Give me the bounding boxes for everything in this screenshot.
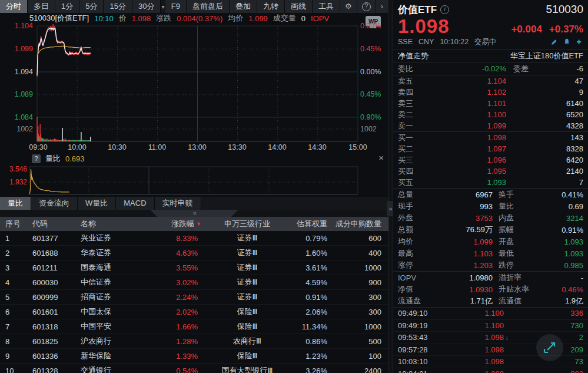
quote-panel: 价值ETF i 510030 1.098 +0.004 +0.37% SSE C… bbox=[393, 0, 588, 373]
panel-divider[interactable]: » bbox=[388, 0, 393, 373]
table-row[interactable]: 3601211国泰海通3.55%证券Ⅲ3.61%1000 bbox=[0, 260, 388, 275]
ask-row[interactable]: 卖三1.1016140 bbox=[393, 98, 588, 109]
chevron-right-icon[interactable]: › bbox=[376, 0, 388, 13]
y-axis-price: 1.104 bbox=[0, 22, 33, 30]
tab-w-liangbi[interactable]: W量比 bbox=[78, 197, 116, 210]
bid-row[interactable]: 买四1.0952140 bbox=[393, 166, 588, 177]
table-row[interactable]: 9601336新华保险1.33%保险Ⅲ1.23%100 bbox=[0, 349, 388, 364]
header-change[interactable]: 涨跌幅▼ bbox=[147, 219, 206, 229]
change-value: 0.004(0.37%) bbox=[177, 14, 222, 23]
indicator-tabs: 量比 资金流向 W量比 MACD 实时申赎 bbox=[0, 197, 388, 210]
tab-1min[interactable]: 1分 bbox=[55, 0, 79, 13]
stat-row: 总额76.59万振幅0.91% bbox=[393, 224, 588, 236]
change-label: 涨跌 bbox=[156, 13, 171, 24]
stat-row: 最高1.103最低1.093 bbox=[393, 247, 588, 259]
stat-row: 流通盘1.71亿流通值1.9亿 bbox=[393, 295, 588, 307]
table-row[interactable]: 2601688华泰证券4.63%证券Ⅲ1.60%400 bbox=[0, 246, 388, 260]
nav-trend-label: 净值走势 bbox=[398, 51, 428, 61]
tab-macd[interactable]: MACD bbox=[116, 197, 154, 210]
table-row[interactable]: 1601377兴业证券8.33%证券Ⅲ0.79%600 bbox=[0, 231, 388, 246]
chart-grid bbox=[37, 26, 358, 141]
chart-symbol: 510030[价值ETF] bbox=[29, 13, 89, 24]
y-axis-price: 1.094 bbox=[0, 68, 33, 76]
header-weight[interactable]: 估算权重 bbox=[288, 219, 330, 229]
chevron-down-icon[interactable]: ▾ bbox=[161, 0, 165, 13]
bell-icon[interactable] bbox=[562, 38, 571, 47]
add-icon[interactable]: + bbox=[574, 38, 583, 47]
quote-title-row: 价值ETF i 510030 bbox=[393, 0, 588, 16]
info-icon[interactable]: i bbox=[440, 5, 449, 14]
help-icon[interactable]: ? bbox=[357, 0, 376, 13]
gear-icon[interactable]: ⚙ bbox=[340, 0, 357, 13]
app-window: 分时 多日 1分 5分 15分 30分 ▾ F9 盘前盘后 叠加 九转 画线 工… bbox=[0, 0, 588, 373]
liangbi-axis-mid: 1.932 bbox=[0, 178, 27, 186]
x-axis-tick: 10:00 bbox=[63, 143, 91, 151]
table-row[interactable]: 7601318中国平安1.66%保险Ⅲ11.34%1000 bbox=[0, 319, 388, 334]
header-industry[interactable]: 申万三级行业 bbox=[206, 219, 288, 229]
y-axis-price: 1.084 bbox=[0, 113, 33, 121]
expand-button[interactable] bbox=[536, 334, 563, 361]
table-row[interactable]: 6601601中国太保2.02%保险Ⅲ2.06%300 bbox=[0, 305, 388, 319]
ask-row[interactable]: 卖一1.0994328 bbox=[393, 120, 588, 131]
stat-row: 现手993量比0.69 bbox=[393, 200, 588, 212]
bid-row[interactable]: 买五1.0937 bbox=[393, 177, 588, 188]
button-pre-post-market[interactable]: 盘前盘后 bbox=[187, 0, 230, 13]
trade-tick-row: 10:04:011.098993 bbox=[393, 368, 588, 373]
tab-15min[interactable]: 15分 bbox=[104, 0, 132, 13]
stat-row: 净值1.0930升贴水率0.46% bbox=[393, 283, 588, 295]
button-f9[interactable]: F9 bbox=[165, 0, 187, 13]
ask-row[interactable]: 卖五1.10447 bbox=[393, 75, 588, 87]
table-row[interactable]: 8601825沪农商行1.28%农商行Ⅲ0.86%500 bbox=[0, 334, 388, 349]
chart-section: 分时 多日 1分 5分 15分 30分 ▾ F9 盘前盘后 叠加 九转 画线 工… bbox=[0, 0, 388, 373]
button-draw-line[interactable]: 画线 bbox=[285, 0, 313, 13]
table-row[interactable]: 5600999招商证券2.24%证券Ⅲ0.91%300 bbox=[0, 290, 388, 305]
intraday-chart[interactable]: WP bbox=[0, 24, 388, 153]
y-axis-percent: 0.45% bbox=[360, 90, 381, 98]
bid-row[interactable]: 买一1.098143 bbox=[393, 132, 588, 143]
trade-tick-row: 09:49:101.100336 bbox=[393, 308, 588, 320]
collapse-handle[interactable]: « bbox=[150, 210, 238, 217]
button-nine-turn[interactable]: 九转 bbox=[257, 0, 285, 13]
price-label: 价 bbox=[119, 13, 127, 24]
tab-30min[interactable]: 30分 bbox=[132, 0, 161, 13]
tab-5min[interactable]: 5分 bbox=[79, 0, 104, 13]
bid-row[interactable]: 买二1.0978328 bbox=[393, 143, 588, 154]
header-code[interactable]: 代码 bbox=[27, 219, 75, 229]
y-axis-volume: 1002 bbox=[360, 125, 377, 133]
x-axis-tick: 13:30 bbox=[223, 143, 251, 151]
tab-multiday[interactable]: 多日 bbox=[28, 0, 55, 13]
x-axis-tick: 13:00 bbox=[183, 143, 211, 151]
liangbi-value: 0.693 bbox=[65, 154, 85, 163]
button-tools[interactable]: 工具 bbox=[313, 0, 340, 13]
table-row[interactable]: 10601328交通银行0.54%国有大型银行Ⅲ3.26%2400 bbox=[0, 364, 388, 373]
market-status: 交易中 bbox=[474, 37, 497, 47]
bid-row[interactable]: 买三1.0966420 bbox=[393, 154, 588, 166]
header-name[interactable]: 名称 bbox=[75, 219, 147, 229]
tab-liangbi[interactable]: 量比 bbox=[0, 197, 31, 210]
tab-money-flow[interactable]: 资金流向 bbox=[31, 197, 78, 210]
quote-time: 10:10:22 bbox=[440, 38, 469, 46]
table-row[interactable]: 4600030中信证券3.02%证券Ⅲ4.59%900 bbox=[0, 275, 388, 290]
price-value: 1.098 bbox=[132, 14, 151, 23]
price-line bbox=[37, 28, 91, 75]
panel-resize-strip: « bbox=[0, 210, 388, 217]
liangbi-subchart[interactable]: ? 量比 0.693 × 3.546 1.932 bbox=[0, 153, 388, 197]
chart-time: 10:10 bbox=[94, 14, 114, 23]
tab-intraday[interactable]: 分时 bbox=[0, 0, 28, 13]
nav-trend-row[interactable]: 净值走势 华宝上证180价值ETF bbox=[393, 49, 588, 62]
help-question-icon[interactable]: ? bbox=[32, 154, 41, 163]
ask-row[interactable]: 卖四1.1029 bbox=[393, 87, 588, 98]
tick-down-arrow-icon: ↓ bbox=[504, 334, 513, 342]
header-index[interactable]: 序号 bbox=[0, 219, 27, 229]
y-axis-volume: 1002 bbox=[0, 125, 33, 133]
header-quantity[interactable]: 成分申购数量 bbox=[330, 219, 388, 229]
ask-row[interactable]: 卖二1.1006520 bbox=[393, 109, 588, 120]
pencil-icon[interactable] bbox=[550, 38, 559, 47]
x-axis-tick: 14:30 bbox=[303, 143, 331, 151]
sort-desc-icon: ▼ bbox=[196, 221, 201, 227]
table-header: 序号 代码 名称 涨跌幅▼ 申万三级行业 估算权重 成分申购数量 bbox=[0, 217, 388, 231]
close-icon[interactable]: × bbox=[378, 153, 384, 163]
button-overlay[interactable]: 叠加 bbox=[230, 0, 257, 13]
tab-realtime-creation[interactable]: 实时申赎 bbox=[155, 197, 201, 210]
currency-label: CNY bbox=[418, 38, 434, 46]
